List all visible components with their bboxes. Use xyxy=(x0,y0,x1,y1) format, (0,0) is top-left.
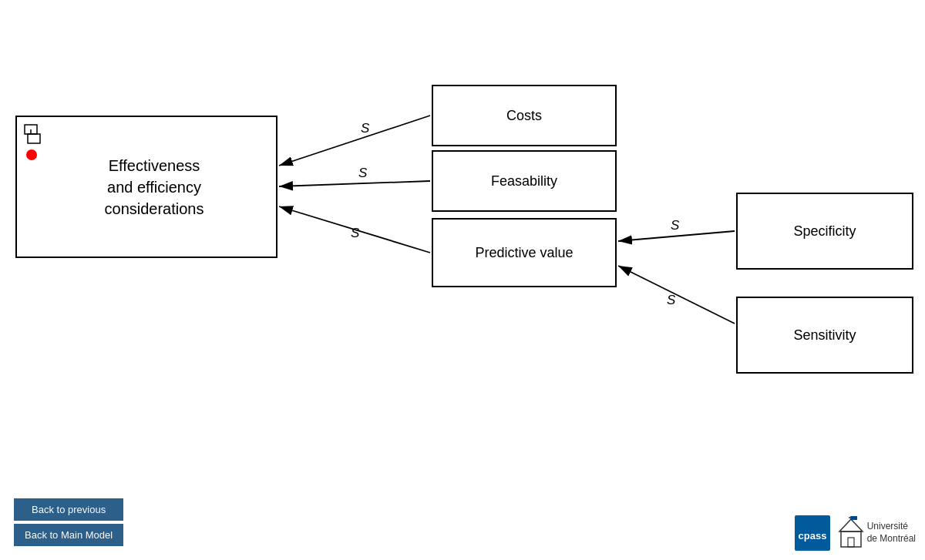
cpass-logo: cpass xyxy=(795,515,830,551)
svg-text:S: S xyxy=(671,218,680,233)
university-icon xyxy=(838,516,864,550)
feasability-box: Feasability xyxy=(432,150,617,212)
costs-box: Costs xyxy=(432,85,617,146)
main-box: Effectiveness and efficiency considerati… xyxy=(15,116,278,258)
logo-container: cpass Université de Montréal xyxy=(795,515,916,551)
svg-line-5 xyxy=(279,116,430,166)
sensitivity-label: Sensitivity xyxy=(793,327,856,344)
svg-line-7 xyxy=(279,181,430,186)
svg-line-13 xyxy=(618,266,735,324)
svg-text:S: S xyxy=(361,121,370,136)
back-main-button[interactable]: Back to Main Model xyxy=(14,524,123,546)
svg-text:cpass: cpass xyxy=(798,530,826,542)
svg-rect-18 xyxy=(848,538,854,547)
university-logo-text: Université de Montréal xyxy=(867,521,916,545)
svg-line-11 xyxy=(618,231,735,241)
svg-line-9 xyxy=(279,206,430,253)
back-previous-button[interactable]: Back to previous xyxy=(14,498,123,521)
database-icon xyxy=(23,123,45,150)
predictive-label: Predictive value xyxy=(475,245,573,261)
costs-label: Costs xyxy=(506,108,542,124)
predictive-box: Predictive value xyxy=(432,218,617,287)
svg-rect-17 xyxy=(841,531,861,547)
sensitivity-box: Sensitivity xyxy=(736,297,913,374)
svg-text:S: S xyxy=(351,226,360,240)
specificity-label: Specificity xyxy=(793,223,856,240)
feasability-label: Feasability xyxy=(491,173,557,189)
svg-rect-22 xyxy=(851,516,857,520)
svg-rect-1 xyxy=(28,134,40,143)
svg-marker-19 xyxy=(839,519,863,531)
specificity-box: Specificity xyxy=(736,193,913,270)
button-container: Back to previous Back to Main Model xyxy=(14,498,123,546)
red-dot xyxy=(26,149,37,160)
diagram-container: Effectiveness and efficiency considerati… xyxy=(0,0,925,560)
svg-text:S: S xyxy=(667,293,676,307)
main-box-label: Effectiveness and efficiency considerati… xyxy=(105,155,204,220)
svg-text:S: S xyxy=(358,166,368,180)
